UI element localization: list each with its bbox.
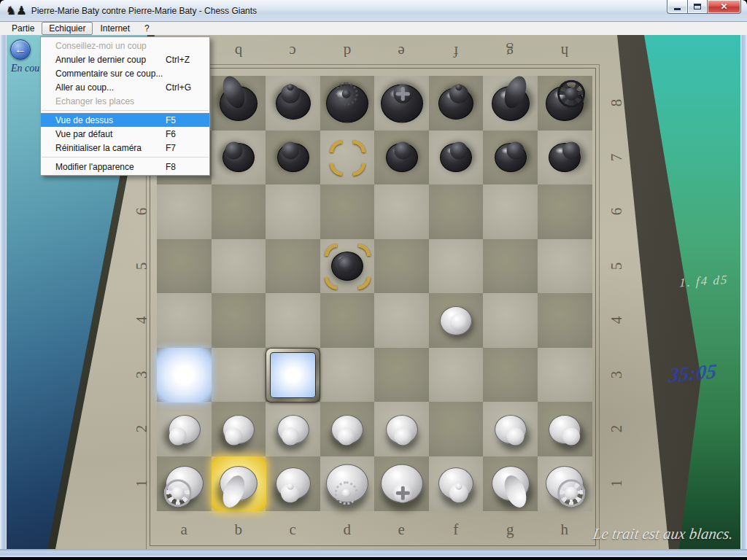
white-pawn-b2[interactable] <box>212 402 266 456</box>
white-knight-g1[interactable] <box>483 456 538 511</box>
white-king-e1[interactable] <box>374 456 429 511</box>
white-pawn-f4[interactable] <box>429 293 484 348</box>
square-g6[interactable] <box>483 184 538 239</box>
square-h3[interactable] <box>538 348 592 402</box>
square-g5[interactable] <box>483 239 538 294</box>
black-pawn-h7[interactable] <box>538 131 592 185</box>
square-h4[interactable] <box>538 293 592 348</box>
menu-item[interactable]: Réinitialiser la caméraF7 <box>41 141 209 155</box>
maximize-button[interactable] <box>688 0 708 14</box>
square-h5[interactable] <box>538 239 592 294</box>
square-b6[interactable] <box>212 184 266 239</box>
black-knight-b8[interactable] <box>212 76 266 131</box>
board-coordinate-b: b <box>235 521 243 539</box>
minimize-button[interactable] <box>667 0 688 14</box>
square-a6[interactable] <box>157 184 212 239</box>
board-coordinate-2: 2 <box>133 425 151 433</box>
title-bar[interactable]: ♞♟ Pierre-Marie Baty contre Pierre-Marie… <box>0 0 747 22</box>
menu-item[interactable]: Modifier l'apparenceF8 <box>41 160 209 174</box>
square-e3[interactable] <box>374 348 429 402</box>
board-coordinate-h: h <box>561 521 569 539</box>
window-border-bottom-edge <box>0 557 747 560</box>
black-bishop-c8[interactable] <box>266 76 320 131</box>
square-g3[interactable] <box>483 348 538 402</box>
menu-item[interactable]: Aller au coup...Ctrl+G <box>41 80 209 94</box>
menu-item[interactable]: Commentaire sur ce coup... <box>41 66 209 80</box>
white-pawn-a2[interactable] <box>157 402 212 456</box>
black-pawn-e7[interactable] <box>374 131 429 185</box>
menu-item-shortcut: F6 <box>166 129 204 139</box>
square-c4[interactable] <box>266 293 320 348</box>
black-rook-h8[interactable] <box>538 76 592 131</box>
black-pawn-d5[interactable] <box>320 239 375 294</box>
square-c6[interactable] <box>266 184 320 239</box>
white-rook-h1[interactable] <box>538 456 592 511</box>
square-b5[interactable] <box>212 239 266 294</box>
square-b4[interactable] <box>212 293 266 348</box>
white-pawn-e2[interactable] <box>374 402 429 456</box>
white-pawn-g2[interactable] <box>483 402 538 456</box>
black-bishop-f8[interactable] <box>429 76 484 131</box>
square-f3[interactable] <box>429 348 484 402</box>
square-g4[interactable] <box>483 293 538 348</box>
menu-item-label: Réinitialiser la caméra <box>55 143 166 153</box>
square-a4[interactable] <box>157 293 212 348</box>
black-pawn-b7[interactable] <box>212 131 266 185</box>
square-c5[interactable] <box>266 239 320 294</box>
white-knight-b1[interactable] <box>212 456 266 511</box>
menu-item-label: Annuler le dernier coup <box>55 55 166 65</box>
square-e4[interactable] <box>374 293 429 348</box>
menu-item-shortcut: Ctrl+Z <box>166 55 204 65</box>
board-coordinate-c: c <box>290 42 296 61</box>
black-queen-d8[interactable] <box>320 76 375 131</box>
app-icon: ♞♟ <box>6 5 27 17</box>
menubar-item-?[interactable]: ? <box>137 22 157 35</box>
close-button[interactable]: ✕ <box>708 0 741 14</box>
gold-corner-marker-icon <box>330 163 342 176</box>
board-coordinate-6: 6 <box>608 208 626 216</box>
menu-item-label: Vue par défaut <box>55 129 166 139</box>
game-timer: 35:05 <box>668 359 718 387</box>
white-pawn-d2[interactable] <box>320 402 375 456</box>
menubar-item-echiquier[interactable]: Echiquier <box>42 22 93 35</box>
white-queen-d1[interactable] <box>320 456 375 511</box>
black-pawn-c7[interactable] <box>266 131 320 185</box>
window-border-right <box>740 22 747 549</box>
square-h6[interactable] <box>538 184 592 239</box>
square-d6[interactable] <box>320 184 375 239</box>
highlight-target-glow-a3[interactable] <box>157 348 212 402</box>
menu-item: Conseillez-moi un coup <box>41 39 209 52</box>
black-knight-g8[interactable] <box>483 76 538 131</box>
square-f2[interactable] <box>429 402 484 456</box>
white-pawn-c2[interactable] <box>266 402 320 456</box>
gold-corner-marker-icon <box>353 140 365 152</box>
menu-item[interactable]: Annuler le dernier coupCtrl+Z <box>41 52 209 66</box>
menubar-item-partie[interactable]: Partie <box>4 22 42 35</box>
back-button[interactable]: ← <box>10 39 31 60</box>
menu-item[interactable]: Vue de dessusF5 <box>41 113 209 127</box>
minimize-icon <box>674 8 681 10</box>
square-d4[interactable] <box>320 293 375 348</box>
white-pawn-h2[interactable] <box>538 402 592 456</box>
menu-item[interactable]: Vue par défautF6 <box>41 127 209 141</box>
black-king-e8[interactable] <box>374 76 429 131</box>
menubar-item-internet[interactable]: Internet <box>93 22 137 35</box>
white-bishop-c1[interactable] <box>266 456 320 511</box>
square-e5[interactable] <box>374 239 429 294</box>
square-f6[interactable] <box>429 184 484 239</box>
black-pawn-f7[interactable] <box>429 131 484 185</box>
square-e6[interactable] <box>374 184 429 239</box>
menu-item-shortcut: F7 <box>166 143 204 153</box>
square-f5[interactable] <box>429 239 484 294</box>
white-bishop-f1[interactable] <box>429 456 484 511</box>
square-a5[interactable] <box>157 239 212 294</box>
black-pawn-g7[interactable] <box>483 131 538 185</box>
white-rook-a1[interactable] <box>157 456 212 511</box>
window-border-bottom <box>0 549 747 557</box>
highlight-target-glow-framed-c3[interactable] <box>266 348 320 402</box>
highlight-move-from-marks-d7 <box>320 131 375 185</box>
board-coordinate-c: c <box>290 521 296 539</box>
square-d3[interactable] <box>320 348 375 402</box>
square-b3[interactable] <box>212 348 266 402</box>
board-coordinate-e: e <box>398 521 405 539</box>
